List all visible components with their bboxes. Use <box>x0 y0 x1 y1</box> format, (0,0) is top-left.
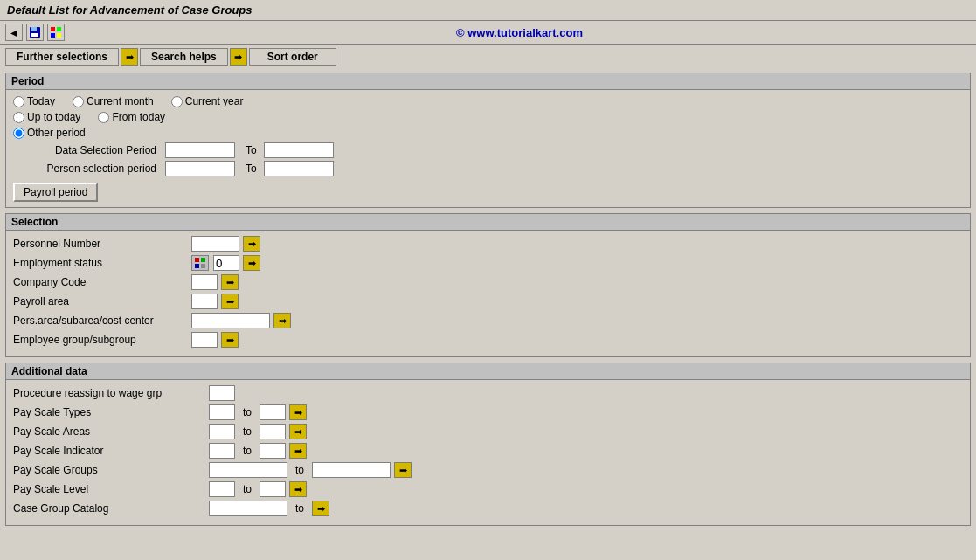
pay-scale-level-to-input[interactable] <box>260 481 286 497</box>
toolbar: ◀ © www.tutorialkart.com <box>0 21 976 45</box>
pay-scale-groups-row: Pay Scale Groups to ➡ <box>13 462 963 478</box>
additional-data-section-body: Procedure reassign to wage grp Pay Scale… <box>6 380 970 525</box>
company-code-arrow-icon[interactable]: ➡ <box>221 274 239 290</box>
further-selections-arrow-icon[interactable]: ➡ <box>121 48 138 66</box>
employment-status-input[interactable] <box>213 255 239 271</box>
page-title: Default List for Advancement of Case Gro… <box>7 3 253 17</box>
tab-sort-order[interactable]: Sort order <box>249 48 336 66</box>
personnel-number-arrow-icon[interactable]: ➡ <box>243 236 260 252</box>
data-selection-period-from[interactable] <box>165 142 235 158</box>
payroll-area-input[interactable] <box>191 294 218 309</box>
pay-scale-indicator-from-input[interactable] <box>209 443 235 459</box>
data-selection-period-to[interactable] <box>264 142 334 158</box>
svg-rect-7 <box>195 258 199 262</box>
employee-group-input[interactable] <box>191 332 218 348</box>
pay-scale-level-from-input[interactable] <box>209 481 235 497</box>
pay-scale-areas-label: Pay Scale Areas <box>13 425 205 438</box>
pay-scale-level-arrow-icon[interactable]: ➡ <box>289 481 307 497</box>
pay-scale-types-arrow-icon[interactable]: ➡ <box>289 404 307 420</box>
company-code-input[interactable] <box>191 274 218 290</box>
pay-scale-types-to-input[interactable] <box>260 404 286 420</box>
person-selection-period-from[interactable] <box>165 161 235 176</box>
payroll-period-button[interactable]: Payroll period <box>13 183 98 202</box>
case-group-catalog-label: Case Group Catalog <box>13 502 205 515</box>
person-selection-period-to[interactable] <box>264 161 334 176</box>
employment-status-label: Employment status <box>13 257 188 269</box>
radio-up-to-today[interactable]: Up to today <box>13 111 80 123</box>
svg-rect-4 <box>57 27 61 31</box>
person-selection-period-row: Person selection period To <box>13 161 963 176</box>
case-group-catalog-row: Case Group Catalog to ➡ <box>13 501 963 516</box>
selection-section: Selection Personnel Number ➡ Employment … <box>5 213 971 357</box>
selection-section-body: Personnel Number ➡ Employment status ➡ C… <box>6 231 970 356</box>
pay-scale-areas-to-input[interactable] <box>260 424 286 439</box>
period-section: Period Today Current month Current year <box>5 73 971 208</box>
data-selection-period-row: Data Selection Period To <box>13 142 963 158</box>
svg-rect-9 <box>195 264 199 268</box>
company-code-row: Company Code ➡ <box>13 274 963 290</box>
radio-current-month[interactable]: Current month <box>73 95 154 107</box>
svg-rect-3 <box>51 27 55 31</box>
personnel-number-row: Personnel Number ➡ <box>13 236 963 252</box>
pers-area-label: Pers.area/subarea/cost center <box>13 315 188 327</box>
selection-section-title: Selection <box>6 214 970 231</box>
case-group-catalog-from-input[interactable] <box>209 501 287 516</box>
pay-scale-groups-arrow-icon[interactable]: ➡ <box>394 462 412 478</box>
radio-other-period[interactable]: Other period <box>13 127 86 139</box>
employment-status-icon[interactable] <box>191 255 209 271</box>
pay-scale-indicator-to-label: to <box>239 445 256 457</box>
radio-from-today[interactable]: From today <box>98 111 165 123</box>
radio-current-year[interactable]: Current year <box>171 95 244 107</box>
radio-row-1: Today Current month Current year <box>13 95 963 107</box>
pay-scale-types-label: Pay Scale Types <box>13 406 205 418</box>
payroll-area-row: Payroll area ➡ <box>13 294 963 309</box>
pay-scale-indicator-row: Pay Scale Indicator to ➡ <box>13 443 963 459</box>
pay-scale-level-to-label: to <box>239 483 256 495</box>
personnel-number-label: Personnel Number <box>13 238 188 250</box>
period-section-body: Today Current month Current year Up to t… <box>6 90 970 207</box>
payroll-area-arrow-icon[interactable]: ➡ <box>221 294 239 309</box>
pay-scale-types-from-input[interactable] <box>209 404 235 420</box>
svg-rect-10 <box>201 264 205 268</box>
pay-scale-areas-arrow-icon[interactable]: ➡ <box>289 424 307 439</box>
case-group-catalog-to-label: to <box>291 502 308 515</box>
pay-scale-indicator-arrow-icon[interactable]: ➡ <box>289 443 307 459</box>
person-selection-to-label: To <box>246 162 257 175</box>
shortcut-icon[interactable] <box>47 24 65 41</box>
procedure-reassign-row: Procedure reassign to wage grp <box>13 385 963 401</box>
pay-scale-types-to-label: to <box>239 406 256 418</box>
pay-scale-types-row: Pay Scale Types to ➡ <box>13 404 963 420</box>
case-group-catalog-arrow-icon[interactable]: ➡ <box>312 501 329 516</box>
employee-group-row: Employee group/subgroup ➡ <box>13 332 963 348</box>
radio-today[interactable]: Today <box>13 95 55 107</box>
payroll-period-row: Payroll period <box>13 179 963 202</box>
back-icon[interactable]: ◀ <box>5 24 23 41</box>
data-selection-period-label: Data Selection Period <box>13 144 162 156</box>
pay-scale-indicator-label: Pay Scale Indicator <box>13 445 205 457</box>
tab-bar: Further selections ➡ Search helps ➡ Sort… <box>0 45 976 69</box>
procedure-reassign-input[interactable] <box>209 385 235 401</box>
data-selection-to-label: To <box>246 144 257 156</box>
pay-scale-areas-from-input[interactable] <box>209 424 235 439</box>
pay-scale-groups-to-label: to <box>291 464 308 476</box>
procedure-reassign-label: Procedure reassign to wage grp <box>13 387 205 399</box>
pay-scale-indicator-to-input[interactable] <box>260 443 286 459</box>
pers-area-input[interactable] <box>191 313 270 328</box>
tab-search-helps[interactable]: Search helps <box>140 48 228 66</box>
pay-scale-groups-to-input[interactable] <box>312 462 391 478</box>
pers-area-arrow-icon[interactable]: ➡ <box>273 313 291 328</box>
save-icon[interactable] <box>26 24 44 41</box>
employment-status-arrow-icon[interactable]: ➡ <box>243 255 260 271</box>
pay-scale-groups-from-input[interactable] <box>209 462 287 478</box>
personnel-number-input[interactable] <box>191 236 239 252</box>
search-helps-arrow-icon[interactable]: ➡ <box>230 48 247 66</box>
main-content: Period Today Current month Current year <box>0 69 976 535</box>
svg-rect-1 <box>31 27 37 31</box>
employee-group-arrow-icon[interactable]: ➡ <box>221 332 239 348</box>
company-code-label: Company Code <box>13 276 188 288</box>
employee-group-label: Employee group/subgroup <box>13 334 188 346</box>
svg-rect-8 <box>201 258 205 262</box>
pay-scale-level-row: Pay Scale Level to ➡ <box>13 481 963 497</box>
tab-further-selections[interactable]: Further selections <box>5 48 119 66</box>
pay-scale-areas-to-label: to <box>239 425 256 438</box>
